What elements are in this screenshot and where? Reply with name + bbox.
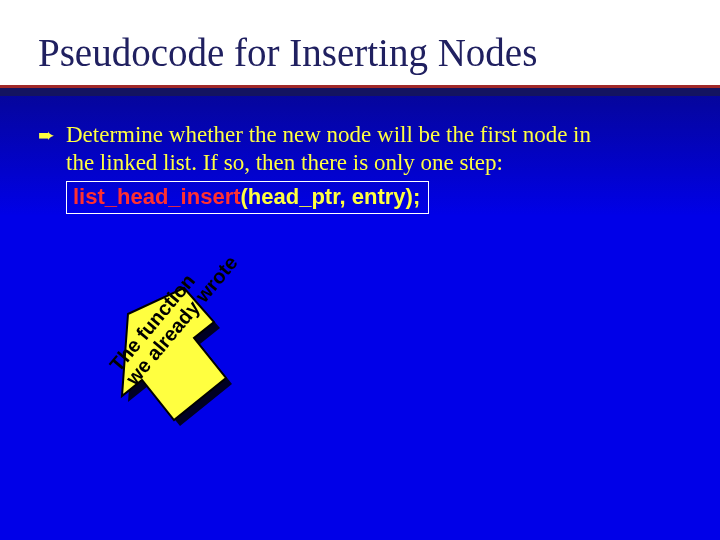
- content-area: ➨ Determine whether the new node will be…: [0, 95, 720, 214]
- bullet-arrow-icon: ➨: [38, 123, 55, 147]
- bullet-text-line1: Determine whether the new node will be t…: [66, 122, 591, 147]
- code-box: list_head_insert(head_ptr, entry);: [66, 181, 429, 214]
- slide-title: Pseudocode for Inserting Nodes: [38, 30, 720, 75]
- code-args: (head_ptr, entry);: [241, 184, 421, 209]
- bullet-item: ➨ Determine whether the new node will be…: [66, 121, 680, 214]
- slide: Pseudocode for Inserting Nodes ➨ Determi…: [0, 0, 720, 540]
- divider: [0, 85, 720, 95]
- title-area: Pseudocode for Inserting Nodes: [0, 0, 720, 85]
- code-function-name: list_head_insert: [73, 184, 241, 209]
- callout-arrow: The function we already wrote: [46, 278, 246, 498]
- bullet-text-line2: the linked list. If so, then there is on…: [66, 150, 503, 175]
